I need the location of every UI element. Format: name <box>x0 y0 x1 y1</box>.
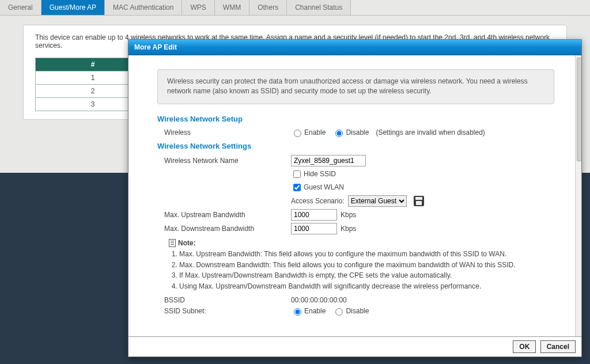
hide-ssid-checkbox-input[interactable] <box>293 170 301 178</box>
ok-button[interactable]: OK <box>513 340 536 353</box>
note-item: Max. Downstream Bandwidth: This field al… <box>179 260 554 270</box>
tab-channel-status[interactable]: Channel Status <box>287 0 351 15</box>
down-bw-label: Max. Downstream Bandwidth <box>157 225 291 233</box>
section-wireless-settings: Wireless Network Settings <box>157 142 554 150</box>
note-item: Max. Upstream Bandwidth: This field allo… <box>179 249 554 259</box>
ssid-subnet-disable-radio-input[interactable] <box>335 308 343 316</box>
modal-title: More AP Edit <box>128 40 581 55</box>
tab-others[interactable]: Others <box>249 0 287 15</box>
bssid-value: 00:00:00:00:00:00 <box>291 296 347 304</box>
up-bw-label: Max. Upstream Bandwidth <box>157 211 291 219</box>
access-scenario-select[interactable]: External Guest <box>348 195 407 207</box>
scrollbar-thumb[interactable] <box>577 58 581 161</box>
bssid-label: BSSID <box>157 296 291 304</box>
access-scenario-label: Access Scenario: <box>291 197 345 205</box>
kbps-label: Kbps <box>341 225 356 233</box>
modal-footer: OK Cancel <box>128 336 581 357</box>
save-icon[interactable] <box>414 196 424 206</box>
tab-mac-authentication[interactable]: MAC Authentication <box>105 0 182 15</box>
more-ap-edit-modal: More AP Edit Wireless security can prote… <box>128 39 582 357</box>
tab-guest-more-ap[interactable]: Guest/More AP <box>41 0 105 15</box>
wireless-name-input[interactable] <box>291 155 366 166</box>
wireless-disable-radio[interactable]: Disable <box>332 128 369 137</box>
ssid-subnet-disable-radio[interactable]: Disable <box>332 306 369 316</box>
wname-label: Wireless Network Name <box>157 157 291 165</box>
note-item: If Max. Upstream/Downstream Bandwidth is… <box>179 271 554 280</box>
downstream-bandwidth-input[interactable] <box>291 223 337 234</box>
modal-scrollbar[interactable] <box>575 55 581 336</box>
guest-wlan-checkbox[interactable]: Guest WLAN <box>291 182 344 193</box>
wireless-enable-radio-input[interactable] <box>294 130 301 137</box>
tab-wps[interactable]: WPS <box>182 0 214 15</box>
hide-ssid-checkbox[interactable]: Hide SSID <box>291 169 336 180</box>
wireless-disable-radio-input[interactable] <box>335 130 343 137</box>
note-item: Using Max. Upstream/Downstream Bandwidth… <box>179 282 554 291</box>
kbps-label: Kbps <box>341 211 356 219</box>
modal-body: Wireless security can protect the data f… <box>128 55 575 336</box>
tab-wmm[interactable]: WMM <box>215 0 249 15</box>
tab-bar: General Guest/More AP MAC Authentication… <box>0 0 590 16</box>
guest-wlan-checkbox-input[interactable] <box>293 184 301 191</box>
note-icon <box>169 239 176 247</box>
ssid-subnet-enable-radio-input[interactable] <box>294 308 301 316</box>
wireless-enable-radio[interactable]: Enable <box>291 128 326 137</box>
cancel-button[interactable]: Cancel <box>540 340 576 353</box>
disabled-note: (Settings are invalid when disabled) <box>376 128 485 136</box>
wireless-label: Wireless <box>157 128 291 136</box>
note-block: Note: Max. Upstream Bandwidth: This fiel… <box>169 239 554 291</box>
ssid-subnet-label: SSID Subnet: <box>157 307 291 315</box>
ssid-subnet-enable-radio[interactable]: Enable <box>291 306 326 316</box>
tab-general[interactable]: General <box>0 0 41 15</box>
help-box: Wireless security can protect the data f… <box>157 69 554 104</box>
section-wireless-setup: Wireless Network Setup <box>157 115 554 123</box>
upstream-bandwidth-input[interactable] <box>291 209 337 221</box>
